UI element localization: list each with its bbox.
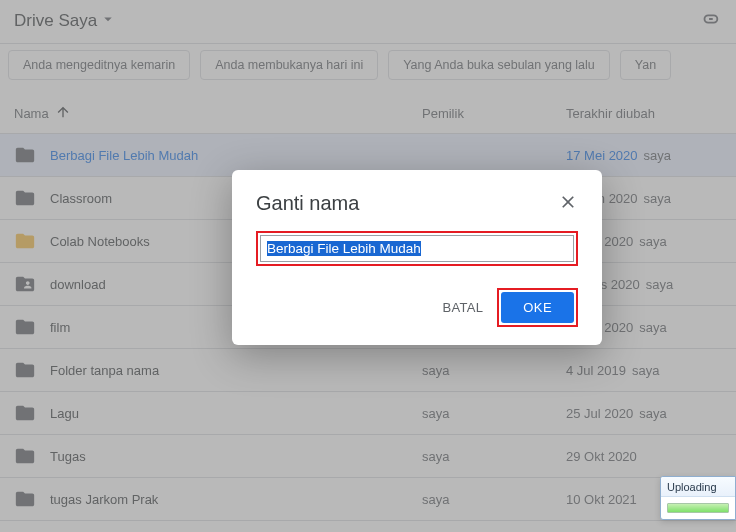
upload-progress-bar bbox=[667, 503, 729, 513]
rename-dialog: Ganti nama BATAL OKE bbox=[232, 170, 602, 345]
close-icon[interactable] bbox=[558, 192, 578, 215]
ok-button-highlight: OKE bbox=[497, 288, 578, 327]
upload-progress-area bbox=[661, 497, 735, 519]
ok-button[interactable]: OKE bbox=[501, 292, 574, 323]
rename-input[interactable] bbox=[260, 235, 574, 262]
upload-title: Uploading bbox=[661, 477, 735, 497]
dialog-title: Ganti nama bbox=[256, 192, 359, 215]
rename-input-highlight bbox=[256, 231, 578, 266]
upload-widget[interactable]: Uploading bbox=[660, 476, 736, 520]
cancel-button[interactable]: BATAL bbox=[443, 300, 484, 315]
